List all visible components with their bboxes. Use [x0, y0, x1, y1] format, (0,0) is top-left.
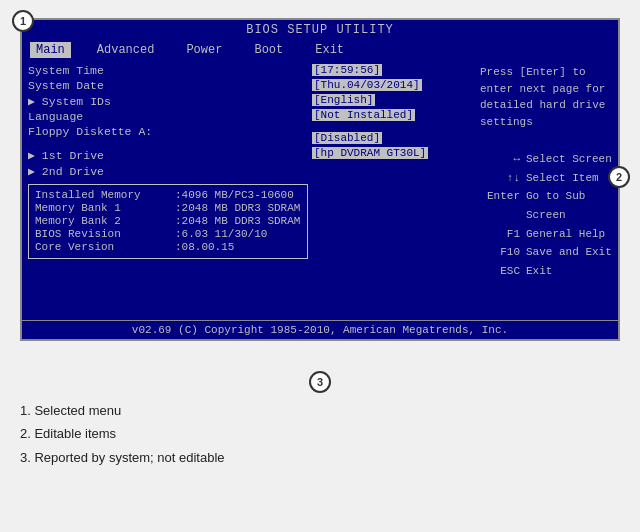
- key-row-ud-arrow: ↑↓ Select Item: [480, 169, 612, 188]
- legend-item-1: 1. Selected menu: [20, 399, 620, 422]
- value-drive1[interactable]: [Disabled]: [312, 132, 472, 144]
- key-row-lr-arrow: ↔ Select Screen: [480, 150, 612, 169]
- field-2nd-drive[interactable]: ▶ 2nd Drive: [28, 164, 308, 178]
- legend: 1. Selected menu 2. Editable items 3. Re…: [20, 399, 620, 469]
- bios-left-panel: System Time System Date ▶ System IDs Lan…: [28, 64, 308, 316]
- value-date[interactable]: [Thu.04/03/2014]: [312, 79, 472, 91]
- menu-item-boot[interactable]: Boot: [248, 42, 289, 58]
- badge-3: 3: [309, 371, 331, 393]
- field-1st-drive[interactable]: ▶ 1st Drive: [28, 148, 308, 162]
- legend-item-3: 3. Reported by system; not editable: [20, 446, 620, 469]
- bios-screen: BIOS SETUP UTILITY Main Advanced Power B…: [20, 18, 620, 341]
- key-row-esc: ESC Exit: [480, 262, 612, 281]
- key-help-section: ↔ Select Screen ↑↓ Select Item Enter Go …: [480, 150, 612, 281]
- menu-item-power[interactable]: Power: [180, 42, 228, 58]
- info-installed-memory: Installed Memory :4096 MB/PC3-10600: [35, 189, 301, 201]
- key-row-enter: Enter Go to Sub Screen: [480, 187, 612, 224]
- screen-container: 1 2 BIOS SETUP UTILITY Main Advanced Pow…: [20, 18, 620, 341]
- bios-right-panel: Press [Enter] to enter next page for det…: [476, 64, 612, 316]
- value-time[interactable]: [17:59:56]: [312, 64, 472, 76]
- value-language[interactable]: [English]: [312, 94, 472, 106]
- key-row-f10: F10 Save and Exit: [480, 243, 612, 262]
- field-system-time: System Time: [28, 64, 308, 77]
- menu-item-main[interactable]: Main: [30, 42, 71, 58]
- field-system-date: System Date: [28, 79, 308, 92]
- menu-item-advanced[interactable]: Advanced: [91, 42, 161, 58]
- info-core-version: Core Version :08.00.15: [35, 241, 301, 253]
- bios-footer: v02.69 (C) Copyright 1985-2010, American…: [22, 320, 618, 339]
- value-floppy[interactable]: [Not Installed]: [312, 109, 472, 121]
- menu-item-exit[interactable]: Exit: [309, 42, 350, 58]
- bios-content: System Time System Date ▶ System IDs Lan…: [22, 60, 618, 320]
- badge-2: 2: [608, 166, 630, 188]
- key-row-f1: F1 General Help: [480, 225, 612, 244]
- value-drive2[interactable]: [hp DVDRAM GT30L]: [312, 147, 472, 159]
- info-bios-revision: BIOS Revision :6.03 11/30/10: [35, 228, 301, 240]
- bios-title-bar: BIOS SETUP UTILITY: [22, 20, 618, 40]
- bios-menu-bar[interactable]: Main Advanced Power Boot Exit: [22, 40, 618, 60]
- legend-item-2: 2. Editable items: [20, 422, 620, 445]
- help-text: Press [Enter] to enter next page for det…: [480, 64, 612, 130]
- system-info-box: Installed Memory :4096 MB/PC3-10600 Memo…: [28, 184, 308, 259]
- info-memory-bank1: Memory Bank 1 :2048 MB DDR3 SDRAM: [35, 202, 301, 214]
- info-memory-bank2: Memory Bank 2 :2048 MB DDR3 SDRAM: [35, 215, 301, 227]
- badge-1: 1: [12, 10, 34, 32]
- field-language: Language: [28, 110, 308, 123]
- bios-middle-panel: [17:59:56] [Thu.04/03/2014] [English] [N…: [312, 64, 472, 316]
- field-system-ids[interactable]: ▶ System IDs: [28, 94, 308, 108]
- field-floppy: Floppy Diskette A:: [28, 125, 308, 138]
